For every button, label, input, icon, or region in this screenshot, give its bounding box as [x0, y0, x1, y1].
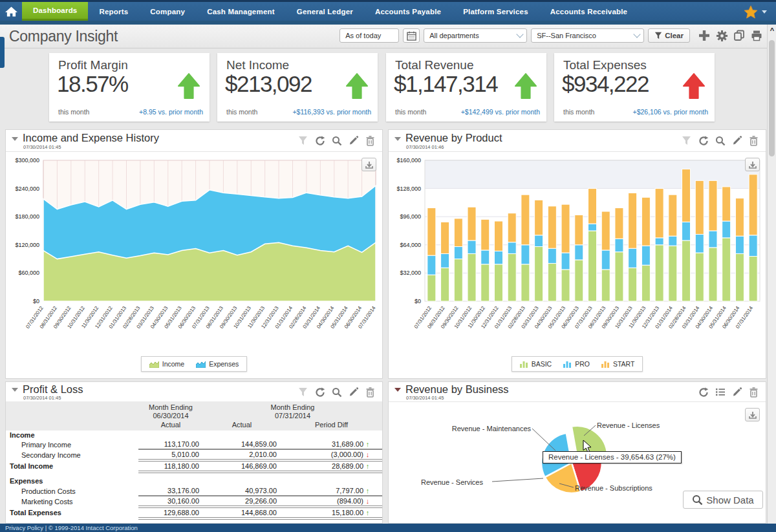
settings-button[interactable] [715, 29, 728, 42]
bar-segment-basic[interactable] [548, 263, 556, 301]
bar-segment-pro[interactable] [561, 253, 570, 270]
bar-segment-pro[interactable] [508, 242, 516, 254]
tab-dashboards[interactable]: Dashboards [22, 2, 88, 21]
kpi-card-net-income[interactable]: Net Income $213,092 this month +$116,393… [217, 53, 378, 122]
edit-pencil-icon[interactable] [731, 135, 742, 146]
table-row[interactable]: Total Expenses129,688.00144,868.0015,180… [6, 507, 382, 518]
department-select[interactable]: All departments [424, 28, 527, 43]
bar-segment-start[interactable] [615, 208, 623, 239]
income-expense-area-chart[interactable]: $0$60,000$120,000$180,000$240,000$300,00… [6, 151, 382, 353]
bar-segment-basic[interactable] [535, 247, 543, 301]
search-icon[interactable] [715, 135, 726, 146]
bar-segment-basic[interactable] [454, 259, 462, 301]
search-icon[interactable] [331, 387, 342, 398]
legend-item-start[interactable]: START [601, 360, 634, 368]
tab-accounts-receivable[interactable]: Accounts Receivable [539, 2, 639, 21]
bar-segment-pro[interactable] [615, 239, 623, 251]
bar-segment-pro[interactable] [427, 255, 436, 275]
bar-segment-start[interactable] [427, 208, 436, 256]
bar-segment-pro[interactable] [722, 221, 731, 238]
bar-segment-basic[interactable] [588, 231, 597, 301]
bar-segment-start[interactable] [548, 206, 556, 248]
bar-segment-basic[interactable] [575, 260, 583, 301]
filter-icon[interactable] [681, 135, 692, 146]
kpi-card-profit-margin[interactable]: Profit Margin 18.57% this month +8.95 vs… [49, 53, 210, 122]
legend-item-basic[interactable]: BASIC [520, 360, 552, 368]
print-button[interactable] [750, 29, 763, 42]
table-row[interactable]: Production Costs33,176.0040,973.007,797.… [6, 486, 382, 496]
bar-segment-start[interactable] [575, 215, 583, 244]
bar-segment-pro[interactable] [749, 235, 757, 257]
download-chart-button[interactable] [745, 158, 760, 171]
download-chart-button[interactable] [361, 158, 376, 171]
tab-accounts-payable[interactable]: Accounts Payable [364, 2, 452, 21]
bar-segment-basic[interactable] [629, 268, 637, 301]
collapse-toggle-icon[interactable] [12, 137, 18, 141]
bar-segment-start[interactable] [535, 200, 543, 235]
as-of-date-field[interactable]: As of today [339, 28, 399, 43]
copy-dashboard-button[interactable] [733, 29, 746, 42]
download-chart-button[interactable] [745, 408, 760, 421]
bar-segment-basic[interactable] [709, 248, 717, 301]
bar-segment-start[interactable] [735, 198, 744, 237]
tab-company[interactable]: Company [139, 2, 196, 21]
add-component-button[interactable] [698, 29, 711, 42]
bar-segment-start[interactable] [749, 175, 757, 235]
table-row[interactable]: Primary Income113,170.00144,859.0031,689… [6, 440, 382, 449]
revenue-product-bar-chart[interactable]: $0$32,000$64,000$96,000$128,000$160,0000… [389, 151, 766, 353]
bar-segment-basic[interactable] [521, 264, 530, 301]
collapse-toggle-icon[interactable] [12, 388, 18, 392]
bar-segment-pro[interactable] [521, 245, 530, 264]
search-icon[interactable] [331, 135, 342, 146]
bar-segment-basic[interactable] [494, 264, 502, 301]
edit-pencil-icon[interactable] [348, 387, 359, 398]
bar-segment-pro[interactable] [641, 246, 650, 265]
refresh-icon[interactable] [314, 135, 325, 146]
bar-segment-start[interactable] [655, 189, 663, 238]
bar-segment-basic[interactable] [481, 264, 490, 301]
bar-segment-pro[interactable] [548, 248, 556, 263]
bar-segment-pro[interactable] [695, 234, 704, 253]
bar-segment-start[interactable] [441, 222, 449, 253]
bar-segment-basic[interactable] [508, 253, 516, 301]
refresh-icon[interactable] [314, 387, 325, 398]
tab-reports[interactable]: Reports [88, 2, 139, 21]
table-row[interactable]: Marketing Costs30,160.0029,266.00(894.00… [6, 496, 382, 507]
bar-segment-pro[interactable] [655, 238, 663, 245]
bar-segment-basic[interactable] [601, 270, 610, 301]
table-row[interactable]: Net Income(11,508.00)2,001.0013,509.00↑ [6, 518, 382, 523]
bar-segment-pro[interactable] [454, 247, 462, 259]
bar-segment-basic[interactable] [427, 275, 436, 301]
show-data-button[interactable]: Show Data [683, 491, 763, 509]
clear-filters-button[interactable]: Clear [648, 28, 690, 43]
calendar-button[interactable] [403, 28, 420, 43]
bar-segment-basic[interactable] [735, 253, 744, 301]
bar-segment-basic[interactable] [655, 245, 663, 301]
kpi-card-total-revenue[interactable]: Total Revenue $1,147,314 this month +$14… [386, 53, 546, 122]
bar-segment-pro[interactable] [629, 248, 637, 268]
delete-trash-icon[interactable] [365, 387, 376, 398]
collapsed-sidebar-tab[interactable] [0, 37, 5, 68]
collapse-toggle-icon[interactable] [394, 137, 401, 141]
bar-segment-basic[interactable] [722, 238, 731, 301]
bar-segment-pro[interactable] [601, 250, 610, 270]
favorites-star-icon[interactable] [744, 5, 758, 19]
bar-segment-pro[interactable] [588, 224, 597, 231]
refresh-icon[interactable] [698, 387, 709, 398]
tab-cash-management[interactable]: Cash Management [196, 2, 286, 21]
kpi-card-total-expenses[interactable]: Total Expenses $934,222 this month +$26,… [554, 53, 715, 122]
tab-platform-services[interactable]: Platform Services [452, 2, 539, 21]
bar-segment-start[interactable] [629, 193, 637, 248]
table-row[interactable]: Total Income118,180.00146,869.0028,689.0… [6, 460, 382, 472]
bar-segment-start[interactable] [468, 207, 476, 240]
bar-segment-start[interactable] [695, 180, 704, 234]
favorites-caret-icon[interactable] [762, 10, 767, 14]
bar-segment-start[interactable] [722, 187, 731, 221]
bar-segment-pro[interactable] [535, 235, 543, 247]
tab-general-ledger[interactable]: General Ledger [286, 2, 364, 21]
bar-segment-start[interactable] [669, 195, 677, 236]
home-button[interactable] [0, 2, 22, 21]
table-row[interactable]: Income [6, 431, 382, 440]
bar-segment-pro[interactable] [735, 236, 744, 253]
bar-segment-pro[interactable] [709, 231, 717, 248]
